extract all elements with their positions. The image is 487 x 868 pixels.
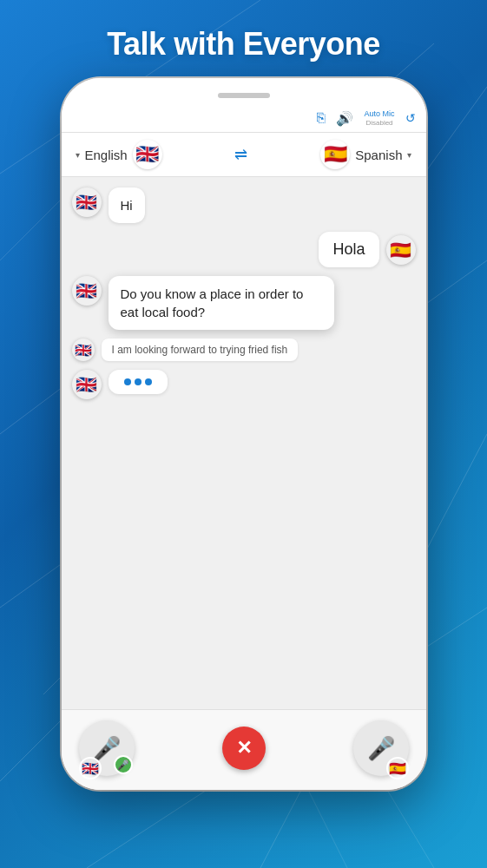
close-icon: ✕ bbox=[236, 737, 252, 760]
flag-uk-msg4: 🇬🇧 bbox=[72, 339, 95, 361]
bubble-hi: Hi bbox=[109, 187, 145, 223]
language-bar: ▾ English 🇬🇧 ⇌ 🇪🇸 Spanish ▾ bbox=[62, 133, 426, 177]
flag-uk-lang: 🇬🇧 bbox=[133, 140, 162, 169]
flag-uk-msg1: 🇬🇧 bbox=[72, 187, 102, 217]
mic-button-left[interactable]: 🎤 🎤 🇬🇧 bbox=[79, 720, 135, 776]
phone-top-bar bbox=[62, 78, 426, 104]
bottom-bar: 🎤 🎤 🇬🇧 ✕ 🎤 🇪🇸 bbox=[62, 709, 426, 790]
auto-mic-badge[interactable]: Auto Mic Disabled bbox=[364, 109, 394, 127]
chevron-down-icon-right: ▾ bbox=[407, 150, 411, 160]
mic-right-flag: 🇪🇸 bbox=[386, 757, 409, 779]
message-row-hola: Hola 🇪🇸 bbox=[72, 232, 416, 267]
mic-active-badge: 🎤 bbox=[114, 755, 133, 774]
auto-mic-sub: Disabled bbox=[364, 119, 394, 128]
app-content: ⎘ 🔊 Auto Mic Disabled ↺ ▾ English 🇬🇧 ⇌ 🇪… bbox=[62, 104, 426, 790]
bubble-fish: I am looking forward to trying fried fis… bbox=[102, 339, 299, 361]
refresh-icon[interactable]: ↺ bbox=[405, 111, 416, 125]
copy-icon[interactable]: ⎘ bbox=[317, 110, 326, 126]
flag-es-msg2: 🇪🇸 bbox=[386, 235, 416, 265]
lang-selector-right[interactable]: 🇪🇸 Spanish ▾ bbox=[320, 140, 411, 169]
swap-icon[interactable]: ⇌ bbox=[234, 145, 247, 164]
message-row-3: 🇬🇧 Do you know a place in order to eat l… bbox=[72, 276, 416, 330]
speaker-icon[interactable]: 🔊 bbox=[336, 110, 353, 127]
phone-speaker bbox=[218, 93, 270, 98]
mic-active-icon: 🎤 bbox=[117, 760, 129, 771]
close-button[interactable]: ✕ bbox=[222, 727, 266, 770]
bubble-typing bbox=[109, 370, 168, 394]
message-row-1: 🇬🇧 Hi bbox=[72, 187, 416, 223]
bubble-place: Do you know a place in order to eat loca… bbox=[109, 276, 334, 330]
lang-right-label: Spanish bbox=[355, 148, 402, 162]
mic-left-flag: 🇬🇧 bbox=[79, 757, 102, 779]
chat-area: 🇬🇧 Hi Hola 🇪🇸 🇬🇧 Do you know a place in … bbox=[62, 177, 426, 709]
toolbar: ⎘ 🔊 Auto Mic Disabled ↺ bbox=[62, 104, 426, 133]
app-headline: Talk with Everyone bbox=[0, 26, 487, 62]
lang-left-label: English bbox=[85, 148, 128, 162]
flag-uk-msg3: 🇬🇧 bbox=[72, 276, 102, 306]
phone-frame: ⎘ 🔊 Auto Mic Disabled ↺ ▾ English 🇬🇧 ⇌ 🇪… bbox=[62, 78, 426, 790]
mic-icon-right: 🎤 bbox=[367, 735, 395, 762]
typing-dot-1 bbox=[124, 378, 131, 385]
auto-mic-label: Auto Mic bbox=[364, 109, 394, 119]
message-row-4: 🇬🇧 I am looking forward to trying fried … bbox=[72, 339, 416, 361]
chevron-down-icon-left: ▾ bbox=[76, 150, 80, 160]
flag-es-lang: 🇪🇸 bbox=[320, 140, 350, 169]
flag-uk-typing: 🇬🇧 bbox=[72, 370, 102, 399]
lang-selector-left[interactable]: ▾ English 🇬🇧 bbox=[76, 140, 162, 169]
typing-dot-2 bbox=[135, 378, 141, 385]
bubble-hola: Hola bbox=[319, 232, 378, 267]
message-row-typing: 🇬🇧 bbox=[72, 370, 416, 399]
mic-button-right[interactable]: 🎤 🇪🇸 bbox=[353, 720, 409, 776]
typing-dot-3 bbox=[145, 378, 152, 385]
